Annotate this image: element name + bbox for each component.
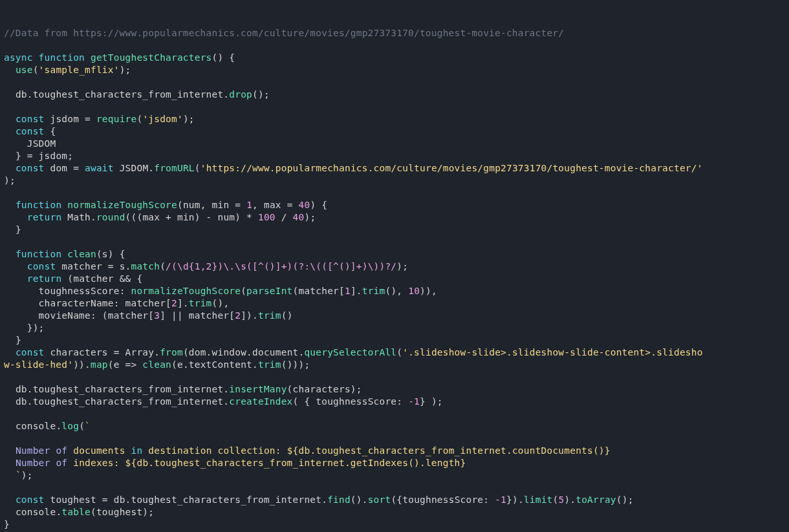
fn-drop: drop: [229, 89, 252, 100]
fn-use: use: [16, 65, 33, 75]
fn-fromURL: fromURL: [154, 163, 195, 173]
fn-main: getToughestCharacters: [91, 52, 212, 63]
fn-normalize: normalizeToughScore: [67, 200, 177, 210]
fn-qsa: querySelectorAll: [304, 347, 396, 357]
fn-log: log: [61, 421, 79, 431]
require-arg: jsdom: [148, 114, 177, 124]
kw-async: async: [4, 52, 33, 63]
jsdom-const: JSDOM: [27, 138, 56, 149]
fn-insertmany: insertMany: [229, 384, 286, 394]
fn-table: table: [61, 507, 91, 517]
fn-match: match: [131, 261, 160, 271]
url-arg: https://www.popularmechanics.com/culture…: [206, 163, 697, 173]
paren: () {: [212, 52, 235, 63]
fn-from: from: [160, 347, 183, 357]
kw-function: function: [39, 52, 85, 63]
comment-line: //Data from https://www.popularmechanics…: [4, 28, 564, 38]
code-editor[interactable]: //Data from https://www.popularmechanics…: [4, 27, 785, 532]
fn-clean: clean: [67, 249, 96, 259]
coll-drop: toughest_characters_from_internet: [33, 89, 224, 100]
regex: /(\d{1,2})\.\s([^()]+)(?:\(([^()]+)\))?/: [166, 261, 396, 271]
db-name: sample_mflix: [45, 65, 114, 75]
fn-createindex: createIndex: [229, 396, 292, 407]
fn-round: round: [96, 212, 125, 222]
